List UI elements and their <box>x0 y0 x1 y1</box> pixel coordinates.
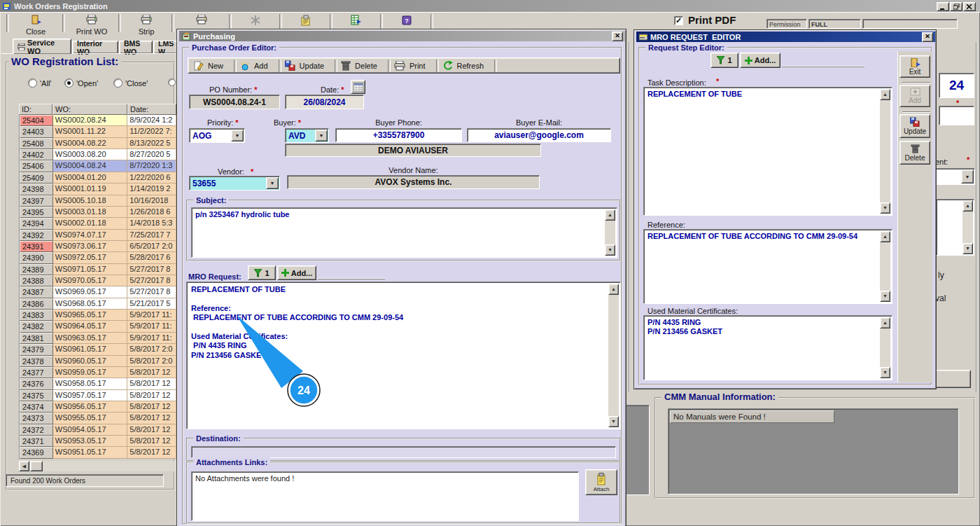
table-cell[interactable]: 5/8/2017 12 <box>127 401 176 413</box>
table-cell[interactable]: WS0954.05.17 <box>53 424 128 436</box>
table-cell[interactable]: 24373 <box>20 413 53 424</box>
table-cell[interactable]: 1/22/2020 6 <box>127 172 176 184</box>
table-row[interactable]: 24374WS0956.05.175/8/2017 12 <box>20 401 176 413</box>
column-header-id[interactable]: ID: <box>19 104 52 115</box>
table-cell[interactable]: 25409 <box>20 172 53 184</box>
table-cell[interactable]: 24371 <box>20 436 53 447</box>
new-button[interactable]: New <box>208 62 223 70</box>
scrollbar[interactable]: ▲ ▼ <box>608 284 619 427</box>
table-cell[interactable]: 11/2/2022 7: <box>127 126 176 137</box>
table-cell[interactable]: 10/16/2018 <box>127 195 176 207</box>
scrollbar[interactable]: ▲ ▼ <box>880 317 890 378</box>
table-cell[interactable]: 24376 <box>20 378 53 389</box>
print-button[interactable]: Print <box>410 62 426 70</box>
table-cell[interactable]: 24390 <box>20 252 53 263</box>
filter-radio-open[interactable]: 'Open' <box>64 78 98 88</box>
buyer-phone-field[interactable]: +3355787900 <box>335 128 462 142</box>
tab-bms-wo[interactable]: BMS WO <box>119 41 153 54</box>
table-cell[interactable]: WS0969.05.17 <box>53 286 128 298</box>
column-header-date[interactable]: Date: <box>127 104 176 115</box>
scroll-left-button[interactable]: ◀ <box>19 461 29 471</box>
table-cell[interactable]: WS0971.05.17 <box>53 264 128 275</box>
table-cell[interactable]: WS0003.08.20 <box>53 149 128 160</box>
add-step-button[interactable]: Add <box>899 85 930 107</box>
tab-interior-wo[interactable]: Interior WO <box>72 41 118 54</box>
mro-add-tab[interactable]: Add... <box>277 265 316 280</box>
table-cell[interactable]: 8/13/2022 5 <box>127 138 176 149</box>
dropdown-arrow-icon[interactable]: ▼ <box>315 130 328 141</box>
table-cell[interactable]: 5/8/2017 2:0 <box>127 356 176 367</box>
table-cell[interactable]: 7/25/2017 7 <box>127 230 176 241</box>
table-row[interactable]: 24387WS0969.05.175/27/2017 8 <box>20 286 176 298</box>
table-cell[interactable]: 25406 <box>20 160 53 172</box>
table-cell[interactable]: 5/9/2017 11: <box>127 321 176 332</box>
scroll-down-button[interactable]: ▼ <box>962 243 973 254</box>
table-cell[interactable]: 1/14/2019 2 <box>127 184 176 195</box>
table-cell[interactable]: 5/8/2017 2:0 <box>127 344 176 355</box>
table-cell[interactable]: 24395 <box>20 207 53 218</box>
table-cell[interactable]: 24381 <box>20 333 53 344</box>
strip-button[interactable]: Strip <box>125 13 168 38</box>
table-cell[interactable]: WS0965.05.17 <box>53 310 128 321</box>
table-cell[interactable]: WS0956.05.17 <box>53 401 128 413</box>
table-cell[interactable]: 5/8/2017 12 <box>127 413 176 424</box>
table-cell[interactable]: 24382 <box>20 321 53 332</box>
buyer-combobox[interactable]: AVD ▼ <box>285 128 329 143</box>
task-description-textarea[interactable]: REPLACEMENT OF TUBE ▲ ▼ <box>643 87 892 216</box>
attachments-textarea[interactable]: No Attachments were found ! <box>191 471 579 521</box>
table-cell[interactable]: 5/21/2017 5 <box>127 298 176 310</box>
scrollbar[interactable]: ▲ ▼ <box>605 209 615 256</box>
table-cell[interactable]: WS0001.01.19 <box>53 184 128 195</box>
table-cell[interactable]: 5/9/2017 11: <box>127 333 176 344</box>
scroll-down-button[interactable]: ▼ <box>880 291 890 302</box>
table-cell[interactable]: 6/5/2017 2:0 <box>127 241 176 252</box>
table-cell[interactable]: WS0963.05.17 <box>53 333 128 344</box>
table-cell[interactable]: 24383 <box>20 310 53 321</box>
table-row[interactable]: 24397WS0005.10.1810/16/2018 <box>20 195 176 207</box>
table-row[interactable]: 24378WS0960.05.175/8/2017 2:0 <box>20 356 176 367</box>
table-row[interactable]: 25406WS0004.08.248/7/2020 1:3 <box>20 160 176 172</box>
cmm-manuals-list[interactable]: No Manuals were Found ! <box>668 408 959 494</box>
table-cell[interactable]: 24391 <box>20 241 53 252</box>
close-window-button[interactable] <box>963 2 976 11</box>
buyer-email-field[interactable]: aviauser@google.com <box>467 128 611 142</box>
table-cell[interactable]: 25408 <box>20 138 53 149</box>
table-cell[interactable]: 24372 <box>20 424 53 436</box>
table-row[interactable]: 24398WS0001.01.191/14/2019 2 <box>20 184 176 195</box>
table-cell[interactable]: 24392 <box>20 230 53 241</box>
table-row[interactable]: 24392WS0974.07.177/25/2017 7 <box>20 230 176 241</box>
table-row[interactable]: 24376WS0958.05.175/8/2017 12 <box>20 378 176 389</box>
dropdown-arrow-icon[interactable]: ▼ <box>266 177 279 189</box>
table-cell[interactable]: 5/27/2017 8 <box>127 275 176 286</box>
table-cell[interactable]: WS0005.10.18 <box>53 195 128 207</box>
table-cell[interactable]: 24403 <box>20 126 53 137</box>
table-cell[interactable]: 24378 <box>20 356 53 367</box>
minimize-button[interactable] <box>937 2 949 11</box>
scroll-down-button[interactable]: ▼ <box>608 416 619 427</box>
table-cell[interactable]: WS0004.01.20 <box>53 172 128 184</box>
table-cell[interactable]: 8/27/2020 5 <box>127 149 176 160</box>
table-cell[interactable]: 24377 <box>20 367 53 378</box>
scroll-up-button[interactable]: ▲ <box>962 200 973 212</box>
subject-textarea[interactable]: p/n 3253467 hydrolic tube ▲ ▼ <box>191 207 617 258</box>
table-row[interactable]: 24379WS0961.05.175/8/2017 2:0 <box>20 344 176 355</box>
table-cell[interactable]: 24389 <box>20 264 53 275</box>
table-row[interactable]: 24372WS0954.05.175/8/2017 12 <box>20 424 176 436</box>
table-cell[interactable]: 24375 <box>20 390 53 401</box>
table-cell[interactable]: 5/27/2017 8 <box>127 264 176 275</box>
table-row[interactable]: 24394WS0002.01.181/4/2018 5:3 <box>20 218 176 229</box>
add-button[interactable]: Add <box>254 62 268 70</box>
purchasing-titlebar[interactable]: Purchasing ✕ <box>179 31 625 41</box>
table-cell[interactable]: 5/8/2017 12 <box>127 424 176 436</box>
listbox-fragment[interactable]: ▲ ▼ <box>936 199 974 256</box>
tab-service-wo[interactable]: Service WO <box>13 39 71 54</box>
print-pdf-checkbox[interactable]: ✓ <box>674 16 683 25</box>
table-cell[interactable]: 24379 <box>20 344 53 355</box>
delete-button[interactable]: Delete <box>355 62 377 70</box>
table-row[interactable]: 24382WS0964.05.175/9/2017 11: <box>20 321 176 332</box>
table-cell[interactable]: WS0961.05.17 <box>53 344 128 355</box>
step-add-tab[interactable]: Add... <box>740 53 780 68</box>
filter-radio-all[interactable]: 'All' <box>28 78 51 88</box>
table-cell[interactable]: 24374 <box>20 401 53 413</box>
table-cell[interactable]: WS0959.05.17 <box>53 367 128 378</box>
